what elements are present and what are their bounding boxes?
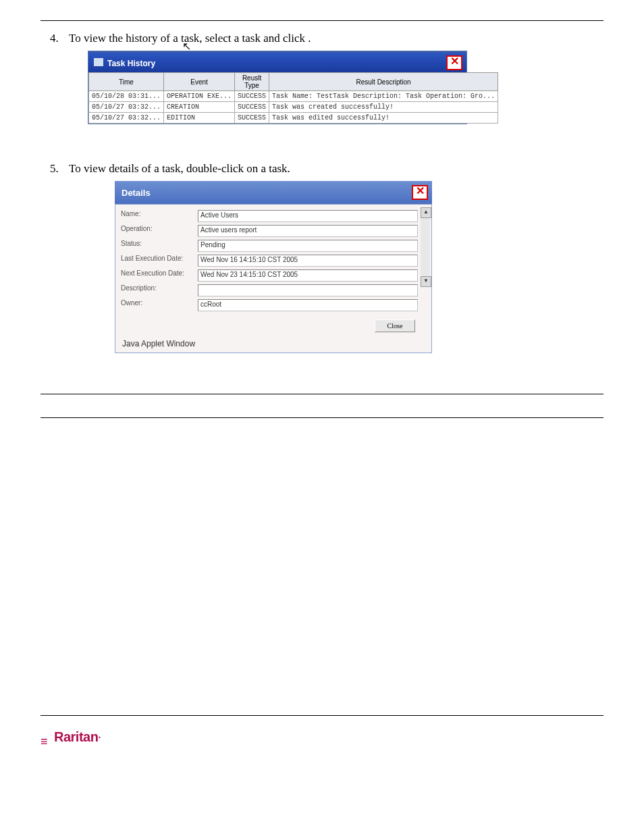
col-result-desc[interactable]: Result Description bbox=[269, 73, 498, 91]
col-result-type[interactable]: Reuslt Type bbox=[235, 73, 269, 91]
close-button[interactable]: Close bbox=[375, 319, 415, 332]
step-num: 4. bbox=[50, 32, 69, 45]
scroll-up-icon[interactable]: ▲ bbox=[421, 207, 431, 218]
value-description bbox=[198, 284, 418, 296]
window-titlebar[interactable]: Task History ✕ bbox=[88, 53, 466, 72]
step-num: 5. bbox=[50, 162, 69, 176]
table-row[interactable]: 05/10/28 03:31... OPERATION EXE... SUCCE… bbox=[89, 91, 498, 102]
step-text: To view details of a task, double-click … bbox=[69, 162, 290, 176]
scroll-down-icon[interactable]: ▼ bbox=[421, 276, 431, 287]
window-title: Task History bbox=[107, 59, 155, 68]
step-4: 4. To view the history of a task, select… bbox=[50, 32, 603, 45]
value-owner: ccRoot bbox=[198, 299, 418, 311]
step-5: 5. To view details of a task, double-cli… bbox=[50, 162, 603, 176]
task-history-window: Task History ✕ Time Event Reuslt Type Re… bbox=[88, 51, 467, 124]
label-last-exec: Last Execution Date: bbox=[121, 255, 198, 267]
cursor-icon: ↖ bbox=[182, 40, 191, 53]
col-event[interactable]: Event bbox=[164, 73, 235, 91]
table-row[interactable]: 05/10/27 03:32... EDITION SUCCESS Task w… bbox=[89, 113, 498, 124]
value-status: Pending bbox=[198, 240, 418, 252]
history-table[interactable]: Time Event Reuslt Type Result Descriptio… bbox=[88, 72, 498, 124]
value-last-exec: Wed Nov 16 14:15:10 CST 2005 bbox=[198, 255, 418, 267]
value-name: Active Users bbox=[198, 210, 418, 222]
label-owner: Owner: bbox=[121, 299, 198, 311]
window-titlebar[interactable]: Details ✕ bbox=[115, 181, 432, 204]
label-operation: Operation: bbox=[121, 225, 198, 237]
details-window: Details ✕ ▲ ▼ Name:Active Users Operatio… bbox=[115, 181, 432, 353]
col-time[interactable]: Time bbox=[89, 73, 164, 91]
window-title: Details bbox=[122, 188, 151, 198]
label-description: Description: bbox=[121, 284, 198, 296]
value-operation: Active users report bbox=[198, 225, 418, 237]
top-rule bbox=[41, 20, 603, 21]
close-icon[interactable]: ✕ bbox=[412, 185, 428, 200]
app-icon bbox=[94, 58, 103, 66]
close-icon[interactable]: ✕ bbox=[446, 55, 462, 70]
value-next-exec: Wed Nov 23 14:15:10 CST 2005 bbox=[198, 269, 418, 282]
footer-rule bbox=[41, 715, 603, 716]
java-applet-label: Java Applet Window bbox=[121, 336, 427, 350]
table-row[interactable]: 05/10/27 03:32... CREATION SUCCESS Task … bbox=[89, 102, 498, 113]
label-status: Status: bbox=[121, 240, 198, 252]
scrollbar[interactable]: ▲ ▼ bbox=[421, 207, 430, 287]
label-next-exec: Next Execution Date: bbox=[121, 269, 198, 282]
raritan-logo: Raritan. bbox=[41, 729, 101, 744]
label-name: Name: bbox=[121, 210, 198, 222]
